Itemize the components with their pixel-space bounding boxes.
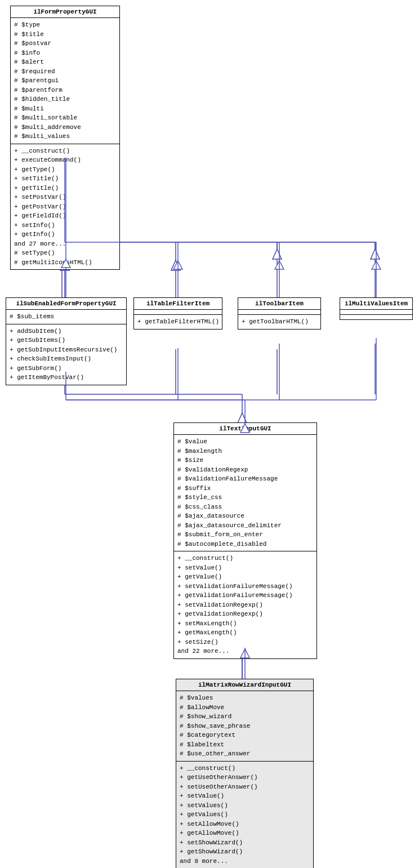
- ilTextInputGUI-box: ilTextInputGUI # $value # $maxlength # $…: [173, 422, 317, 659]
- method-line: # setType(): [14, 248, 116, 258]
- ilToolbarItem-title: ilToolbarItem: [238, 298, 320, 310]
- method-line: + getShowWizard(): [180, 847, 310, 857]
- ilTableFilterItem-title: ilTableFilterItem: [134, 298, 222, 310]
- ilTextInputGUI-attributes: # $value # $maxlength # $size # $validat…: [174, 435, 317, 551]
- method-line: # getMultiIconsHTML(): [14, 258, 116, 268]
- method-line: + setValue(): [180, 791, 310, 801]
- method-line: + setSize(): [177, 638, 313, 647]
- method-line: + getValue(): [177, 572, 313, 582]
- method-line: + getTitle(): [14, 184, 116, 193]
- method-line: + getInfo(): [14, 230, 116, 239]
- attr-line: # $values: [180, 693, 310, 703]
- ilFormPropertyGUI-methods: + __construct() + executeCommand() + get…: [11, 144, 119, 270]
- ilFormPropertyGUI-title: ilFormPropertyGUI: [11, 6, 119, 18]
- attr-line: # $submit_form_on_enter: [177, 530, 313, 540]
- ilMatrixRowWizardInputGUI-title: ilMatrixRowWizardInputGUI: [176, 679, 313, 691]
- attr-line: # $css_class: [177, 502, 313, 512]
- attr-line: # $categorytext: [180, 731, 310, 740]
- ilMatrixRowWizardInputGUI-methods: + __construct() + getUseOtherAnswer() + …: [176, 762, 313, 869]
- attr-line: # $value: [177, 437, 313, 447]
- method-line: + addSubItem(): [10, 327, 123, 336]
- ilMatrixRowWizardInputGUI-attributes: # $values # $allowMove # $show_wizard # …: [176, 691, 313, 762]
- svg-marker-38: [173, 261, 182, 269]
- ilFormPropertyGUI-box: ilFormPropertyGUI # $type # $title # $po…: [10, 6, 120, 270]
- method-line: + getToolbarHTML(): [242, 317, 317, 327]
- attr-line: # $show_wizard: [180, 712, 310, 722]
- svg-marker-41: [275, 261, 284, 269]
- method-line: + setTitle(): [14, 174, 116, 184]
- ilFormPropertyGUI-attributes: # $type # $title # $postvar # $info # $a…: [11, 18, 119, 144]
- attr-line: # $required: [14, 67, 116, 77]
- ilSubEnabledFormPropertyGUI-title: ilSubEnabledFormPropertyGUI: [6, 298, 126, 310]
- method-line: + checkSubItemsInput(): [10, 354, 123, 364]
- svg-marker-26: [238, 413, 247, 423]
- attr-line: # $ajax_datasource_delimiter: [177, 521, 313, 531]
- attr-line: # $multi_addremove: [14, 123, 116, 132]
- method-line: + getAllowMove(): [180, 829, 310, 838]
- method-line: + getValidationFailureMessage(): [177, 591, 313, 600]
- method-line: + getUseOtherAnswer(): [180, 773, 310, 782]
- ilMultiValuesItem-methods: [340, 315, 412, 319]
- method-line: + __construct(): [180, 764, 310, 773]
- attr-line: # $postvar: [14, 39, 116, 48]
- attr-line: # $parentgui: [14, 76, 116, 86]
- ilToolbarItem-box: ilToolbarItem + getToolbarHTML(): [238, 297, 321, 330]
- ilMultiValuesItem-attributes: [340, 310, 412, 315]
- attr-line: # $show_save_phrase: [180, 722, 310, 731]
- attr-line: # $title: [14, 30, 116, 39]
- attr-line: # $allowMove: [180, 703, 310, 713]
- attr-line: # $use_other_answer: [180, 749, 310, 759]
- svg-marker-11: [273, 249, 282, 259]
- ilToolbarItem-attributes: [238, 310, 320, 315]
- ilToolbarItem-methods: + getToolbarHTML(): [238, 315, 320, 329]
- attr-line: # $info: [14, 48, 116, 58]
- diagram-container: ilFormPropertyGUI # $type # $title # $po…: [0, 0, 419, 868]
- ilTableFilterItem-box: ilTableFilterItem + getTableFilterHTML(): [133, 297, 222, 330]
- svg-marker-6: [171, 260, 180, 270]
- attr-line: # $style_css: [177, 493, 313, 502]
- method-line: + __construct(): [14, 146, 116, 156]
- method-line: + setValidationRegexp(): [177, 600, 313, 610]
- ilSubEnabledFormPropertyGUI-methods: + addSubItem() + getSubItems() + getSubI…: [6, 324, 126, 385]
- method-line: + setPostVar(): [14, 193, 116, 202]
- method-line: + getType(): [14, 165, 116, 175]
- method-line: + getTableFilterHTML(): [137, 317, 219, 327]
- attr-line: # $multi: [14, 104, 116, 114]
- ilTextInputGUI-methods: + __construct() + setValue() + getValue(…: [174, 551, 317, 658]
- attr-line: # $hidden_title: [14, 95, 116, 104]
- ilTableFilterItem-attributes: [134, 310, 222, 315]
- method-line: + __construct(): [177, 554, 313, 563]
- ilMultiValuesItem-box: ilMultiValuesItem: [340, 297, 413, 320]
- attr-line: # $size: [177, 456, 313, 465]
- method-line: + getMaxLength(): [177, 628, 313, 638]
- method-line: + setInfo(): [14, 221, 116, 230]
- attr-line: # $validationRegexp: [177, 465, 313, 475]
- method-line: and 8 more...: [180, 857, 310, 866]
- method-line: + getPostVar(): [14, 202, 116, 212]
- ilTextInputGUI-title: ilTextInputGUI: [174, 423, 317, 435]
- method-line: + setValue(): [177, 563, 313, 573]
- ilMatrixRowWizardInputGUI-box: ilMatrixRowWizardInputGUI # $values # $a…: [176, 679, 314, 868]
- method-line: + getFieldId(): [14, 211, 116, 221]
- ilSubEnabledFormPropertyGUI-box: ilSubEnabledFormPropertyGUI # $sub_items…: [6, 297, 127, 385]
- attr-line: # $alert: [14, 57, 116, 67]
- attr-line: # $parentform: [14, 86, 116, 95]
- svg-marker-14: [371, 249, 380, 259]
- attr-line: # $labeltext: [180, 740, 310, 750]
- attr-line: # $multi_values: [14, 132, 116, 141]
- attr-line: # $suffix: [177, 484, 313, 493]
- method-line: + getSubItems(): [10, 336, 123, 345]
- method-line: + setAllowMove(): [180, 820, 310, 829]
- method-line: + getValidationRegexp(): [177, 609, 313, 619]
- method-line: and 27 more...: [14, 239, 116, 249]
- method-line: + getValues(): [180, 810, 310, 820]
- attr-line: # $ajax_datasource: [177, 511, 313, 521]
- ilTableFilterItem-methods: + getTableFilterHTML(): [134, 315, 222, 329]
- attr-line: # $autocomplete_disabled: [177, 540, 313, 549]
- attr-line: # $maxlength: [177, 447, 313, 456]
- svg-marker-44: [372, 261, 381, 269]
- method-line: + setValues(): [180, 801, 310, 811]
- method-line: + setValidationFailureMessage(): [177, 582, 313, 591]
- method-line: and 22 more...: [177, 647, 313, 656]
- method-line: + executeCommand(): [14, 155, 116, 165]
